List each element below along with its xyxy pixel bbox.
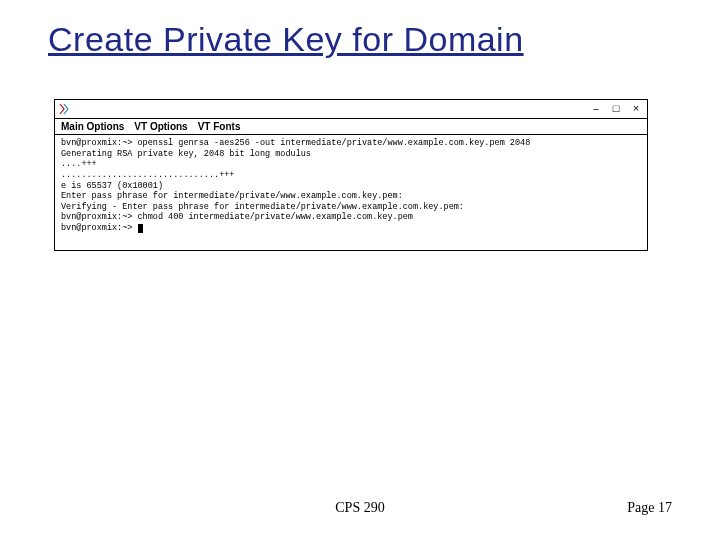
terminal-line: ...............................+++ (61, 170, 234, 180)
close-button[interactable]: × (629, 102, 643, 116)
minimize-button[interactable]: – (589, 102, 603, 116)
page-title: Create Private Key for Domain (48, 20, 672, 59)
cursor-icon (138, 224, 143, 233)
terminal-line: ....+++ (61, 159, 97, 169)
terminal-line: bvn@proxmix:~> chmod 400 intermediate/pr… (61, 212, 413, 222)
slide-footer: CPS 290 Page 17 (48, 500, 672, 516)
terminal-line: Enter pass phrase for intermediate/priva… (61, 191, 403, 201)
maximize-button[interactable]: □ (609, 102, 623, 116)
window-titlebar: – □ × (55, 100, 647, 119)
menu-vt-fonts[interactable]: VT Fonts (198, 121, 241, 132)
terminal-line: Generating RSA private key, 2048 bit lon… (61, 149, 311, 159)
slide: Create Private Key for Domain – □ × Main… (0, 0, 720, 540)
menu-main-options[interactable]: Main Options (61, 121, 124, 132)
terminal-line: bvn@proxmix:~> (61, 223, 138, 233)
terminal-output: bvn@proxmix:~> openssl genrsa -aes256 -o… (55, 135, 647, 250)
xterm-window: – □ × Main Options VT Options VT Fonts b… (54, 99, 648, 251)
xterm-icon (59, 103, 71, 115)
window-menubar: Main Options VT Options VT Fonts (55, 119, 647, 135)
terminal-line: bvn@proxmix:~> openssl genrsa -aes256 -o… (61, 138, 530, 148)
menu-vt-options[interactable]: VT Options (134, 121, 187, 132)
terminal-line: Verifying - Enter pass phrase for interm… (61, 202, 464, 212)
footer-course: CPS 290 (48, 500, 672, 516)
terminal-line: e is 65537 (0x10001) (61, 181, 163, 191)
